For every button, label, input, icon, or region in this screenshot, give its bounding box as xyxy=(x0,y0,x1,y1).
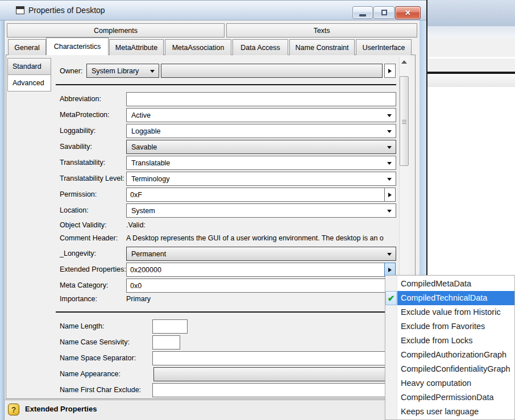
owner-combo[interactable]: System Library xyxy=(86,64,159,78)
tab-complements[interactable]: Complements xyxy=(7,23,225,38)
extended-properties-menu: CompiledMetaData ✔ CompiledTechnicalData… xyxy=(385,275,515,420)
longevity-combo[interactable]: Permanent xyxy=(126,247,396,261)
chevron-down-icon xyxy=(387,162,392,165)
object-validity-label: Object Validity: xyxy=(60,221,106,229)
location-combo[interactable]: System xyxy=(126,203,396,218)
background-window-titlebar xyxy=(427,0,515,26)
screen: Properties of Desktop ✕ Complements Text… xyxy=(0,0,515,420)
scrollbar-thumb[interactable] xyxy=(400,76,409,166)
abbreviation-label: Abbreviation: xyxy=(60,95,101,103)
name-appearance-combo[interactable] xyxy=(153,367,396,381)
close-button[interactable]: ✕ xyxy=(395,6,421,19)
savability-value: Savable xyxy=(131,143,157,151)
name-first-char-exclude-label: Name First Char Exclude: xyxy=(60,386,141,394)
metaprotection-value: Active xyxy=(131,111,151,119)
savability-combo[interactable]: Savable xyxy=(126,140,396,154)
menu-item-compiledauthorizationgraph[interactable]: CompiledAuthorizationGraph xyxy=(397,348,514,362)
chevron-down-icon xyxy=(387,253,392,256)
chevron-down-icon xyxy=(387,130,392,133)
object-validity-value: .Valid: xyxy=(126,221,396,229)
title-bar[interactable]: Properties of Desktop ✕ xyxy=(0,0,426,20)
background-window-band xyxy=(427,59,515,72)
name-case-sensivity-label: Name Case Sensivity: xyxy=(60,338,130,346)
restore-icon xyxy=(381,10,387,15)
chevron-down-icon xyxy=(387,178,392,181)
tab-texts[interactable]: Texts xyxy=(226,23,417,38)
dialog-frame-left xyxy=(0,20,5,420)
importance-label: Importance: xyxy=(60,295,97,303)
status-text: Extended Properties xyxy=(25,405,97,413)
menu-item-heavy-computation[interactable]: Heavy computation xyxy=(397,376,514,390)
tab-data-access[interactable]: Data Access xyxy=(232,39,288,55)
tab-general[interactable]: General xyxy=(8,39,46,55)
minimize-button[interactable] xyxy=(352,6,373,19)
sidetab-standard[interactable]: Standard xyxy=(7,58,51,75)
name-appearance-label: Name Appearance: xyxy=(60,370,121,378)
menu-item-label: Exclude value from Historic xyxy=(401,307,501,317)
menu-item-compiledconfidentialitygraph[interactable]: CompiledConfidentialityGraph xyxy=(397,362,514,376)
location-label: Location: xyxy=(60,206,89,214)
menu-item-label: Exclude from Locks xyxy=(401,336,473,345)
comment-header-value: A Desktop represents the GUI of a user w… xyxy=(126,234,397,242)
metaprotection-combo[interactable]: Active xyxy=(126,108,396,122)
extended-properties-input[interactable] xyxy=(126,263,385,277)
tab-metaassociation-label: MetaAssociation xyxy=(172,44,225,52)
tab-name-constraint[interactable]: Name Constraint xyxy=(289,39,355,55)
tab-metaattribute[interactable]: MetaAttribute xyxy=(109,39,164,55)
tab-metaassociation[interactable]: MetaAssociation xyxy=(165,39,231,55)
menu-item-label: CompiledMetaData xyxy=(401,279,471,288)
menu-item-label: CompiledAuthorizationGraph xyxy=(401,350,506,359)
translatability-label: Translatability: xyxy=(60,159,105,167)
permission-label: Permission: xyxy=(60,190,97,198)
check-badge: ✔ xyxy=(385,291,397,305)
abbreviation-input[interactable] xyxy=(126,92,396,106)
translatability-combo[interactable]: Translatable xyxy=(126,156,396,170)
name-first-char-exclude-input[interactable] xyxy=(152,383,396,397)
sidetab-standard-label: Standard xyxy=(13,63,41,70)
name-length-input[interactable] xyxy=(152,319,188,334)
tab-data-access-label: Data Access xyxy=(240,44,280,52)
window-title: Properties of Desktop xyxy=(28,6,105,15)
menu-item-compiledmetadata[interactable]: CompiledMetaData xyxy=(397,277,514,291)
tab-userinterface[interactable]: UserInterface xyxy=(356,39,412,55)
restore-button[interactable] xyxy=(373,6,394,19)
tab-characteristics[interactable]: Characteristics xyxy=(46,38,109,55)
menu-item-exclude-from-favorites[interactable]: Exclude from Favorites xyxy=(397,319,514,334)
scrollbar-up-button[interactable] xyxy=(400,60,409,70)
loggability-value: Loggable xyxy=(131,127,160,135)
longevity-value: Permanent xyxy=(131,250,166,258)
sidetab-advanced[interactable]: Advanced xyxy=(7,74,51,92)
owner-path-field[interactable] xyxy=(161,64,383,78)
loggability-label: Loggability: xyxy=(60,127,95,135)
separator xyxy=(56,84,396,85)
owner-expand-button[interactable] xyxy=(384,64,396,78)
menu-item-exclude-from-locks[interactable]: Exclude from Locks xyxy=(397,334,514,348)
permission-input[interactable] xyxy=(126,188,385,202)
menu-item-exclude-value-from-historic[interactable]: Exclude value from Historic xyxy=(397,305,514,319)
name-case-sensivity-input[interactable] xyxy=(152,335,180,350)
background-window-band xyxy=(427,74,515,87)
name-space-separator-input[interactable] xyxy=(152,351,396,365)
metaprotection-label: MetaProtection: xyxy=(60,111,110,119)
minimize-icon xyxy=(359,14,366,16)
chevron-down-icon xyxy=(387,146,392,149)
chevron-down-icon xyxy=(387,210,392,213)
window-icon xyxy=(16,6,24,14)
menu-items: CompiledMetaData ✔ CompiledTechnicalData… xyxy=(385,277,514,419)
meta-category-input[interactable] xyxy=(126,278,396,293)
menu-item-compiledpermissiondata[interactable]: CompiledPermissionData xyxy=(397,390,514,405)
permission-expand-button[interactable] xyxy=(384,188,396,202)
menu-item-compiledtechnicaldata[interactable]: ✔ CompiledTechnicalData xyxy=(397,291,514,305)
chevron-down-icon xyxy=(387,114,392,117)
sidetab-advanced-label: Advanced xyxy=(13,79,44,87)
arrow-right-icon xyxy=(388,268,392,272)
savability-label: Savability: xyxy=(60,143,92,151)
background-window-band xyxy=(427,38,515,57)
tab-characteristics-label: Characteristics xyxy=(54,43,101,51)
tab-general-label: General xyxy=(14,44,39,52)
menu-item-label: CompiledPermissionData xyxy=(401,393,494,402)
menu-item-keeps-user-language[interactable]: Keeps user language xyxy=(397,405,514,419)
translatability-level-combo[interactable]: Terminology xyxy=(126,172,396,186)
loggability-combo[interactable]: Loggable xyxy=(126,124,396,138)
background-window-band xyxy=(427,26,515,38)
